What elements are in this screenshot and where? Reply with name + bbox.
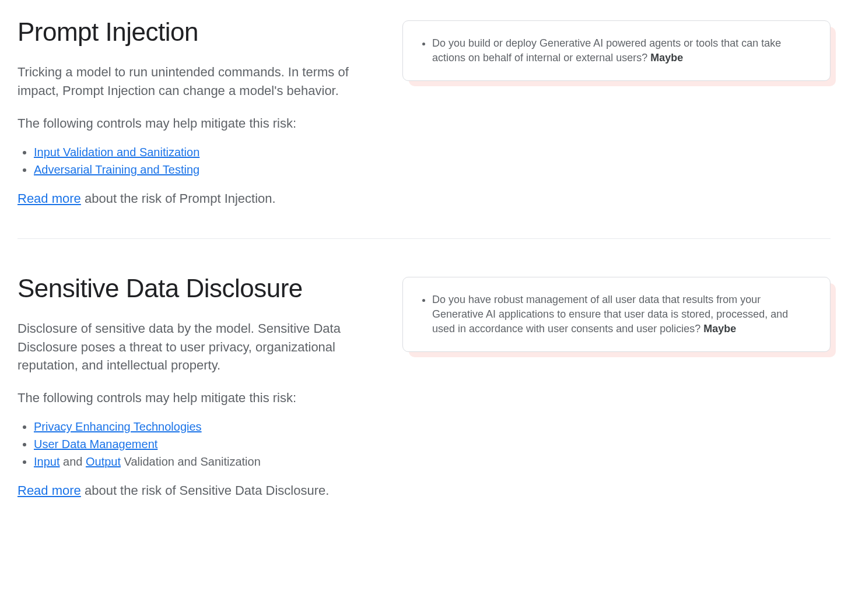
controls-list: Input Validation and Sanitization Advers… bbox=[17, 143, 367, 178]
risk-right-column: Do you build or deploy Generative AI pow… bbox=[402, 17, 831, 206]
risk-title: Sensitive Data Disclosure bbox=[17, 274, 367, 303]
controls-intro: The following controls may help mitigate… bbox=[17, 389, 367, 407]
risk-section-sensitive-data: Sensitive Data Disclosure Disclosure of … bbox=[17, 274, 831, 499]
control-link-adversarial-training[interactable]: Adversarial Training and Testing bbox=[34, 163, 199, 176]
question-answer: Maybe bbox=[650, 52, 683, 64]
control-link-user-data-mgmt[interactable]: User Data Management bbox=[34, 438, 157, 450]
readmore-suffix: about the risk of Prompt Injection. bbox=[81, 191, 276, 206]
control-item: User Data Management bbox=[34, 435, 367, 453]
risk-section-prompt-injection: Prompt Injection Tricking a model to run… bbox=[17, 17, 831, 239]
control-item: Input Validation and Sanitization bbox=[34, 143, 367, 161]
question-card: Do you build or deploy Generative AI pow… bbox=[402, 20, 831, 81]
question-text: Do you build or deploy Generative AI pow… bbox=[432, 37, 781, 64]
controls-intro: The following controls may help mitigate… bbox=[17, 114, 367, 133]
control-text-suffix: Validation and Sanitization bbox=[121, 455, 261, 468]
question-answer: Maybe bbox=[703, 323, 736, 335]
risk-left-column: Sensitive Data Disclosure Disclosure of … bbox=[17, 274, 367, 499]
readmore-line: Read more about the risk of Prompt Injec… bbox=[17, 191, 367, 206]
readmore-suffix: about the risk of Sensitive Data Disclos… bbox=[81, 483, 330, 498]
control-item: Privacy Enhancing Technologies bbox=[34, 418, 367, 435]
question-card: Do you have robust management of all use… bbox=[402, 277, 831, 353]
risk-left-column: Prompt Injection Tricking a model to run… bbox=[17, 17, 367, 206]
control-text-and: and bbox=[59, 455, 85, 468]
risk-right-column: Do you have robust management of all use… bbox=[402, 274, 831, 499]
controls-list: Privacy Enhancing Technologies User Data… bbox=[17, 418, 367, 470]
risk-description: Tricking a model to run unintended comma… bbox=[17, 63, 367, 100]
question-item: Do you have robust management of all use… bbox=[432, 293, 814, 337]
readmore-line: Read more about the risk of Sensitive Da… bbox=[17, 483, 367, 498]
control-item: Adversarial Training and Testing bbox=[34, 161, 367, 178]
readmore-link[interactable]: Read more bbox=[17, 191, 81, 206]
control-link-input[interactable]: Input bbox=[34, 455, 59, 468]
risk-title: Prompt Injection bbox=[17, 17, 367, 47]
control-link-privacy-enhancing[interactable]: Privacy Enhancing Technologies bbox=[34, 420, 202, 433]
control-link-input-validation[interactable]: Input Validation and Sanitization bbox=[34, 146, 199, 159]
question-item: Do you build or deploy Generative AI pow… bbox=[432, 36, 814, 65]
readmore-link[interactable]: Read more bbox=[17, 483, 81, 498]
control-link-output[interactable]: Output bbox=[86, 455, 121, 468]
control-item: Input and Output Validation and Sanitiza… bbox=[34, 453, 367, 470]
risk-description: Disclosure of sensitive data by the mode… bbox=[17, 319, 367, 375]
